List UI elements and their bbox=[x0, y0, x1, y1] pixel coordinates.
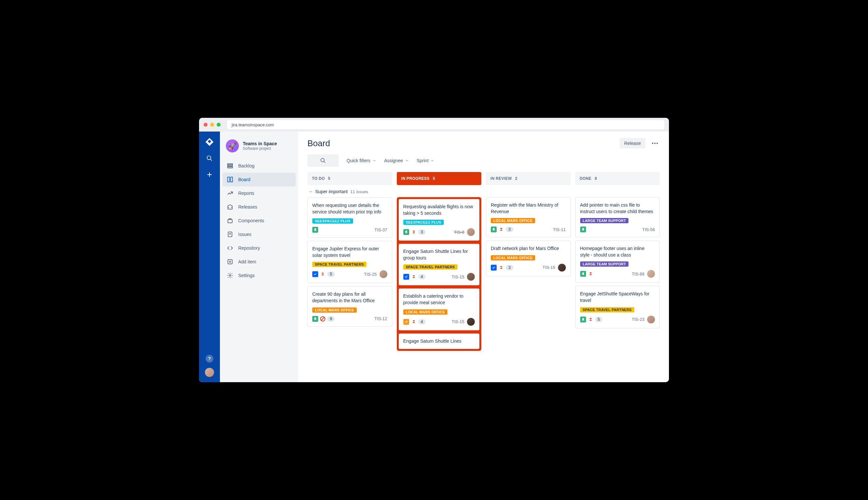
sidebar-item-releases[interactable]: Releases bbox=[222, 200, 296, 214]
issue-card[interactable]: Homepage footer uses an inline style - s… bbox=[575, 240, 660, 283]
issue-type-icon bbox=[312, 271, 318, 277]
card-label: SPACE TRAVEL PARTNERS bbox=[312, 262, 366, 267]
sidebar-item-components[interactable]: Components bbox=[222, 214, 296, 227]
window-max-dot[interactable] bbox=[217, 123, 220, 127]
sidebar-item-label: Board bbox=[238, 177, 250, 182]
window-close-dot[interactable] bbox=[204, 123, 207, 127]
project-header[interactable]: 🚀 Teams in Space Software project bbox=[222, 137, 296, 155]
release-button[interactable]: Release bbox=[620, 138, 646, 148]
sidebar-item-add-item[interactable]: Add item bbox=[222, 255, 296, 269]
column-name: DONE bbox=[580, 176, 592, 181]
column-done: DONE8Add pointer to main css file to ins… bbox=[575, 172, 660, 376]
issue-card[interactable]: Engage Saturn Shuttle Lines for group to… bbox=[399, 244, 480, 285]
issue-card[interactable]: Register with the Mars Ministry of Reven… bbox=[486, 197, 571, 237]
quick-filters-dropdown[interactable]: Quick filters bbox=[346, 158, 376, 163]
chevron-down-icon bbox=[309, 190, 312, 194]
assignee-avatar[interactable] bbox=[467, 318, 475, 326]
card-title: When requesting user details the service… bbox=[312, 202, 387, 215]
story-points-badge: 4 bbox=[418, 319, 426, 325]
card-label: LARGE TEAM SUPPORT bbox=[580, 218, 629, 223]
svg-rect-4 bbox=[228, 163, 233, 164]
swimlane-header[interactable]: Super important11 issues bbox=[307, 189, 392, 194]
sidebar-item-label: Settings bbox=[238, 273, 255, 278]
issue-key: TIS-68 bbox=[632, 272, 644, 276]
window-min-dot[interactable] bbox=[210, 123, 214, 127]
issue-card[interactable]: Requesting available flights is now taki… bbox=[399, 199, 480, 240]
issue-type-icon bbox=[312, 316, 318, 322]
issue-key: TIS-37 bbox=[374, 227, 387, 232]
issue-key: TIS-15 bbox=[542, 265, 555, 270]
issue-card[interactable]: Engage Saturn Shuttle Lines bbox=[399, 333, 480, 349]
assignee-avatar[interactable] bbox=[467, 228, 475, 236]
create-icon[interactable] bbox=[205, 170, 214, 179]
jira-logo-icon[interactable] bbox=[205, 137, 214, 147]
assignee-avatar[interactable] bbox=[558, 264, 566, 272]
svg-rect-6 bbox=[228, 167, 233, 168]
issue-card[interactable]: Create 90 day plans for all departments … bbox=[307, 286, 392, 326]
project-name: Teams in Space bbox=[243, 141, 277, 146]
board-icon bbox=[227, 176, 233, 183]
card-label: SEESPACEEZ PLUS bbox=[312, 218, 353, 224]
svg-point-17 bbox=[321, 158, 324, 162]
sidebar-item-issues[interactable]: Issues bbox=[222, 227, 296, 241]
assignee-dropdown[interactable]: Assignee bbox=[384, 158, 409, 163]
card-label: SPACE TRAVEL PARTNERS bbox=[403, 264, 457, 270]
user-avatar[interactable] bbox=[205, 368, 214, 377]
card-label: LOCAL MARS OFFICE bbox=[312, 307, 357, 312]
column-in-progress: IN PROGRESS5Requesting available flights… bbox=[397, 172, 482, 376]
issue-type-icon bbox=[403, 274, 409, 280]
sidebar-item-board[interactable]: Board bbox=[222, 173, 296, 186]
assignee-avatar[interactable] bbox=[647, 316, 655, 323]
page-title: Board bbox=[307, 138, 330, 148]
story-points-badge: 3 bbox=[506, 227, 513, 232]
issue-key: TIS-15 bbox=[452, 274, 464, 280]
column-header: IN PROGRESS5 bbox=[397, 172, 482, 185]
column-header: DONE8 bbox=[575, 172, 660, 185]
assignee-avatar[interactable] bbox=[647, 270, 655, 278]
issue-type-icon bbox=[580, 317, 586, 322]
url-bar[interactable]: jira.teamsinspace.com bbox=[227, 120, 664, 129]
issue-type-icon bbox=[491, 265, 496, 271]
sidebar-item-repository[interactable]: Repository bbox=[222, 241, 296, 255]
issue-key: TIS-12 bbox=[374, 316, 387, 321]
priority-highest-icon bbox=[499, 227, 504, 232]
assignee-label: Assignee bbox=[384, 158, 403, 163]
issue-card[interactable]: Add pointer to main css file to instruct… bbox=[575, 197, 660, 237]
story-points-badge: 5 bbox=[595, 317, 603, 322]
issue-card[interactable]: Engage Jupiter Express for outer solar s… bbox=[307, 241, 392, 283]
card-label: SPACE TRAVEL PARTNERS bbox=[580, 307, 635, 312]
card-title: Draft network plan for Mars Office bbox=[491, 246, 566, 252]
repository-icon bbox=[227, 245, 233, 252]
card-title: Homepage footer uses an inline style - s… bbox=[580, 246, 655, 258]
more-actions-icon[interactable] bbox=[650, 141, 660, 146]
chevron-down-icon bbox=[372, 159, 376, 162]
assignee-avatar[interactable] bbox=[467, 273, 475, 281]
priority-highest-icon bbox=[320, 272, 326, 277]
sprint-dropdown[interactable]: Sprint bbox=[417, 158, 435, 163]
issue-card[interactable]: Draft network plan for Mars OfficeLOCAL … bbox=[486, 240, 571, 276]
sidebar-item-backlog[interactable]: Backlog bbox=[222, 159, 296, 173]
issue-card[interactable]: Establish a catering vendor to provide m… bbox=[399, 288, 480, 330]
sidebar-item-reports[interactable]: Reports bbox=[222, 186, 296, 200]
help-icon[interactable]: ? bbox=[206, 355, 214, 363]
project-subtitle: Software project bbox=[243, 146, 277, 151]
priority-highest-icon bbox=[411, 274, 416, 280]
blocked-icon bbox=[320, 316, 326, 321]
card-title: Engage Jupiter Express for outer solar s… bbox=[312, 246, 387, 259]
story-points-badge: 4 bbox=[418, 274, 426, 280]
assignee-avatar[interactable] bbox=[379, 270, 387, 278]
svg-point-0 bbox=[207, 156, 211, 160]
board-search[interactable] bbox=[307, 155, 339, 167]
sidebar-item-settings[interactable]: Settings bbox=[222, 269, 296, 282]
issue-type-icon bbox=[312, 227, 318, 233]
search-icon[interactable] bbox=[205, 154, 214, 163]
column-name: TO DO bbox=[312, 176, 325, 181]
add-icon bbox=[227, 258, 233, 265]
issue-key: TIS-15 bbox=[452, 319, 464, 324]
issue-card[interactable]: When requesting user details the service… bbox=[307, 197, 392, 238]
issue-type-icon bbox=[491, 227, 496, 232]
chevron-down-icon bbox=[431, 159, 434, 162]
issue-card[interactable]: Engage JetShuttle SpaceWays for travelSP… bbox=[575, 286, 660, 328]
sidebar-item-label: Components bbox=[238, 218, 264, 223]
card-title: Establish a catering vendor to provide m… bbox=[403, 293, 475, 306]
